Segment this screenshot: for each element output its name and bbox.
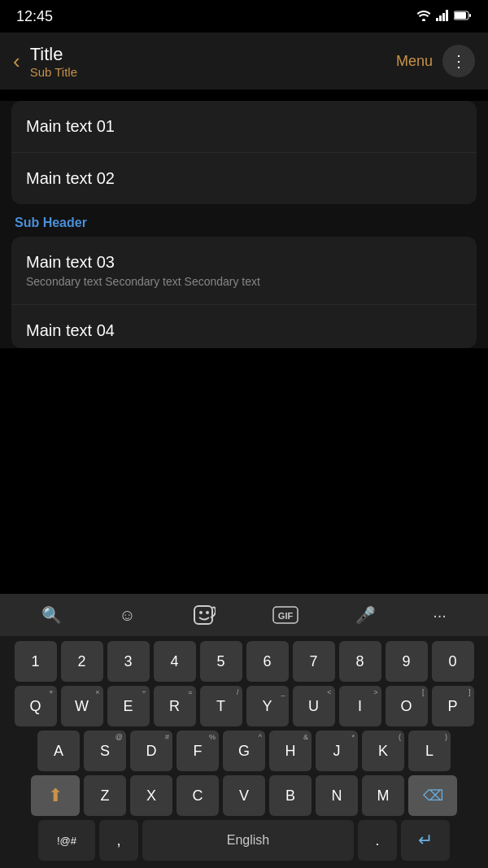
shift-icon: ⬆: [48, 785, 63, 806]
period-key[interactable]: .: [358, 820, 397, 861]
emoji-toolbar-button[interactable]: ☺: [119, 606, 135, 625]
key-a[interactable]: A: [37, 731, 80, 771]
key-f[interactable]: %F: [176, 731, 219, 771]
main-text-4: Main text 04: [26, 321, 462, 340]
return-key[interactable]: ↵: [401, 820, 450, 861]
key-4[interactable]: 4: [154, 641, 196, 682]
app-title: Title: [30, 44, 396, 65]
menu-button[interactable]: Menu: [396, 53, 433, 70]
key-e[interactable]: ÷E: [107, 686, 150, 726]
mic-toolbar-button[interactable]: 🎤: [355, 605, 376, 625]
key-k[interactable]: (K: [362, 731, 404, 771]
more-options-button[interactable]: ⋮: [442, 45, 475, 77]
svg-rect-6: [455, 12, 466, 19]
key-b[interactable]: B: [269, 775, 312, 816]
symbols-label: !@#: [57, 835, 76, 847]
svg-point-9: [199, 611, 203, 614]
svg-point-10: [206, 611, 209, 614]
key-3[interactable]: 3: [107, 641, 150, 682]
key-c[interactable]: C: [176, 775, 219, 816]
key-r[interactable]: =R: [154, 686, 196, 726]
keyboard: 1 2 3 4 5 6 7 8 9 0 +Q ×W ÷E =R /T _Y <U…: [0, 636, 488, 868]
space-label: English: [227, 833, 269, 848]
key-y[interactable]: _Y: [246, 686, 289, 726]
key-d[interactable]: #D: [130, 731, 172, 771]
key-m[interactable]: M: [362, 775, 404, 816]
key-p[interactable]: ]P: [432, 686, 474, 726]
svg-rect-1: [436, 18, 438, 21]
content-area: Main text 01 Main text 02 Sub Header Mai…: [0, 101, 488, 348]
key-h[interactable]: &H: [269, 731, 312, 771]
bottom-row: !@# , English . ↵: [3, 820, 485, 861]
status-time: 12:45: [16, 8, 53, 25]
sub-header: Sub Header: [0, 204, 488, 237]
more-dots-icon: ⋮: [451, 51, 468, 71]
more-toolbar-button[interactable]: ···: [433, 606, 447, 625]
svg-point-0: [422, 19, 425, 21]
zxcv-row: ⬆ Z X C V B N M ⌫: [3, 775, 485, 816]
list-item-3[interactable]: Main text 03 Secondary text Secondary te…: [11, 237, 477, 305]
key-t[interactable]: /T: [200, 686, 242, 726]
space-key[interactable]: English: [142, 820, 354, 861]
key-j[interactable]: *J: [316, 731, 358, 771]
app-bar: ‹ Title Sub Title Menu ⋮: [0, 33, 488, 89]
secondary-text-3: Secondary text Secondary text Secondary …: [26, 275, 462, 288]
battery-icon: [454, 10, 472, 23]
gif-toolbar-button[interactable]: GIF: [272, 606, 298, 624]
number-row: 1 2 3 4 5 6 7 8 9 0: [3, 641, 485, 682]
comma-label: ,: [116, 832, 120, 849]
svg-rect-4: [446, 10, 448, 21]
list-item-4[interactable]: Main text 04: [11, 305, 477, 348]
svg-rect-8: [194, 606, 212, 624]
svg-text:GIF: GIF: [278, 611, 294, 621]
main-text-2: Main text 02: [26, 169, 462, 188]
backspace-key[interactable]: ⌫: [408, 775, 457, 816]
key-x[interactable]: X: [130, 775, 172, 816]
key-z[interactable]: Z: [84, 775, 126, 816]
key-v[interactable]: V: [223, 775, 265, 816]
key-o[interactable]: [O: [386, 686, 428, 726]
svg-rect-2: [439, 15, 442, 21]
key-g[interactable]: ^G: [223, 731, 265, 771]
key-i[interactable]: >I: [339, 686, 381, 726]
shift-key[interactable]: ⬆: [31, 775, 80, 816]
main-text-1: Main text 01: [26, 117, 462, 136]
key-1[interactable]: 1: [15, 641, 57, 682]
title-group: Title Sub Title: [30, 44, 396, 79]
return-icon: ↵: [418, 830, 433, 851]
key-9[interactable]: 9: [386, 641, 428, 682]
key-5[interactable]: 5: [200, 641, 242, 682]
key-0[interactable]: 0: [432, 641, 474, 682]
app-subtitle: Sub Title: [30, 65, 396, 79]
svg-rect-3: [442, 13, 445, 21]
asdf-row: A @S #D %F ^G &H *J (K )L: [3, 731, 485, 771]
keyboard-area: 🔍 ☺ GIF 🎤 ··· 1 2 3 4 5: [0, 594, 488, 868]
list-item-1[interactable]: Main text 01: [11, 101, 477, 153]
list-card-1: Main text 01 Main text 02: [11, 101, 477, 204]
key-6[interactable]: 6: [246, 641, 289, 682]
key-l[interactable]: )L: [408, 731, 451, 771]
comma-key[interactable]: ,: [99, 820, 138, 861]
keyboard-toolbar: 🔍 ☺ GIF 🎤 ···: [0, 594, 488, 636]
key-u[interactable]: <U: [293, 686, 335, 726]
key-2[interactable]: 2: [61, 641, 103, 682]
list-card-2: Main text 03 Secondary text Secondary te…: [11, 237, 477, 348]
sticker-toolbar-button[interactable]: [193, 604, 216, 626]
period-label: .: [375, 832, 379, 849]
svg-rect-7: [469, 14, 471, 17]
symbols-key[interactable]: !@#: [38, 820, 95, 861]
key-q[interactable]: +Q: [15, 686, 57, 726]
qwerty-row: +Q ×W ÷E =R /T _Y <U >I [O ]P: [3, 686, 485, 726]
status-bar: 12:45: [0, 0, 488, 33]
key-7[interactable]: 7: [293, 641, 335, 682]
main-text-3: Main text 03: [26, 253, 462, 272]
key-n[interactable]: N: [316, 775, 358, 816]
search-toolbar-button[interactable]: 🔍: [41, 605, 62, 625]
back-button[interactable]: ‹: [13, 49, 20, 74]
wifi-icon: [416, 10, 431, 24]
key-s[interactable]: @S: [84, 731, 126, 771]
key-w[interactable]: ×W: [61, 686, 103, 726]
list-item-2[interactable]: Main text 02: [11, 153, 477, 204]
key-8[interactable]: 8: [339, 641, 381, 682]
backspace-icon: ⌫: [423, 787, 443, 805]
